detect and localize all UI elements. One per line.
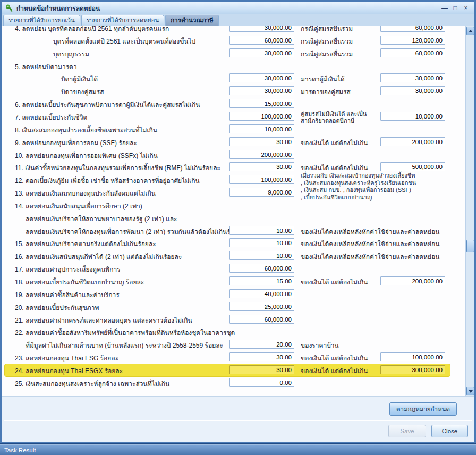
amount-field[interactable] [230, 365, 294, 374]
form-row: 23. ลดหย่อนกองทุน Thai ESG ร้อยละของเงิน… [2, 351, 463, 364]
amount-field-secondary[interactable] [380, 86, 445, 95]
row-label: 17. ลดหย่อนค่าอุปการะเลี้ยงดูคนพิการ [15, 264, 121, 274]
row-mid-label: กรณีคู่สมรสยื่นรวม [301, 49, 353, 59]
row-label: 25. เงินสะสมกองทุนสงเคราะห์ลูกจ้าง เฉพาะ… [15, 378, 169, 389]
row-label: 4. ลดหย่อน บุตรที่คลอดก่อนปี 2561 ทุกลำด… [15, 26, 169, 33]
row-label: 7. ลดหย่อนเบี้ยประกันชีวิต [15, 112, 87, 122]
tab-2[interactable]: รายการที่ได้รับการลดหย่อน [81, 15, 164, 26]
amount-field[interactable] [230, 26, 294, 32]
tab-1[interactable]: รายการที่ได้รับการยกเว้น [3, 15, 80, 26]
form-row: บิดาผู้มีเงินได้มารดาผู้มีเงินได้ [2, 72, 463, 85]
amount-field[interactable] [230, 48, 294, 57]
form-row: 17. ลดหย่อนค่าอุปการะเลี้ยงดูคนพิการ [2, 262, 463, 275]
amount-field[interactable] [230, 264, 294, 273]
form-row: 25. เงินสะสมกองทุนสงเคราะห์ลูกจ้าง เฉพาะ… [2, 376, 463, 389]
close-dialog-button[interactable]: Close [431, 425, 468, 437]
task-result-label: Task Result [4, 447, 36, 453]
row-label: 9. ลดหย่อนกองทุนเพื่อการออม (SSF) ร้อยละ [15, 138, 137, 148]
minimize-button[interactable]: — [439, 3, 450, 13]
form-row: 8. เงินสะสมกองทุนสำรองเลี้ยงชีพเฉพาะส่วน… [2, 123, 463, 136]
amount-field-secondary[interactable] [380, 365, 445, 374]
row-note: เมื่อรวมกับ เงินสะสมเข้ากองทุนสำรองเลี้ย… [301, 172, 416, 201]
amount-field-secondary[interactable] [380, 36, 445, 45]
amount-field[interactable] [230, 302, 294, 311]
form-row: 15. ลดหย่อนเงินบริจาคตามจริงแต่ต้องไม่เก… [2, 237, 463, 249]
deduction-form: 4. ลดหย่อน บุตรที่คลอดก่อนปี 2561 ทุกลำด… [2, 26, 474, 396]
row-mid-label: ของเงินได้ แต่ต้องไม่เกิน [301, 163, 368, 173]
amount-field-secondary[interactable] [380, 137, 445, 146]
by-law-button[interactable]: ตามกฎหมายกำหนด [389, 402, 457, 416]
amount-field[interactable] [230, 251, 294, 260]
form-row: 18. ลดหย่อนเบี้ยประกันชีวิตแบบบำนาญ ร้อย… [2, 275, 463, 288]
scroll-up-button[interactable] [466, 27, 474, 35]
scrollbar-thumb[interactable] [466, 240, 474, 252]
row-label: 21. ลดหย่อนค่าฝากครรภ์และค่าคลอดบุตร แต่… [15, 315, 192, 325]
amount-field[interactable] [230, 86, 294, 95]
scroll-up-icon [469, 30, 473, 32]
amount-field[interactable] [230, 137, 294, 146]
form-row: 5. ลดหย่อนบิดามารดา [2, 60, 463, 72]
scroll-down-button[interactable] [466, 387, 474, 395]
amount-field-secondary[interactable] [380, 162, 445, 171]
amount-field-secondary[interactable] [380, 48, 445, 57]
row-mid-label: ของเงินได้ แต่ต้องไม่เกิน [301, 366, 368, 376]
amount-field[interactable] [230, 226, 294, 235]
amount-field[interactable] [230, 175, 294, 184]
amount-field[interactable] [230, 112, 294, 121]
amount-field[interactable] [230, 124, 294, 133]
maximize-button[interactable]: □ [450, 3, 461, 13]
amount-field-secondary[interactable] [380, 276, 445, 285]
save-button[interactable]: Save [388, 425, 426, 437]
row-mid-label: ของเงินได้ แต่ต้องไม่เกิน [301, 353, 368, 363]
amount-field[interactable] [230, 99, 294, 108]
form-row: บุตรบุญธรรมกรณีคู่สมรสยื่นรวม [2, 47, 463, 60]
form-row: 4. ลดหย่อน บุตรที่คลอดก่อนปี 2561 ทุกลำด… [2, 26, 463, 34]
amount-field[interactable] [230, 378, 294, 387]
app-icon [5, 4, 13, 12]
footer-divider [4, 420, 472, 421]
task-result-bar: Task Result [0, 444, 476, 455]
row-mid-label: กรณีคู่สมรสยื่นรวม [301, 36, 353, 46]
amount-field-secondary[interactable] [380, 26, 445, 32]
amount-field[interactable] [230, 73, 294, 82]
row-label: 11. เงินค่าซื้อหน่วยลงทุนในกองทุนรวมเพื่… [15, 163, 220, 173]
form-row: บุตรที่คลอดตั้งแต่ปี 2561 และเป็นบุตรคนท… [2, 34, 463, 47]
amount-field[interactable] [230, 150, 294, 159]
amount-field-secondary[interactable] [380, 352, 445, 361]
form-row: 6. ลดหย่อนเบี้ยประกันสุขภาพบิดามารดาผู้ม… [2, 97, 463, 110]
amount-field-secondary[interactable] [380, 112, 445, 121]
amount-field[interactable] [230, 188, 294, 197]
amount-field[interactable] [230, 315, 294, 324]
amount-field[interactable] [230, 162, 294, 171]
form-row-highlighted: 24. ลดหย่อนกองทุน Thai ESGX ร้อยละของเงิ… [2, 364, 463, 376]
form-row: ลดหย่อนเงินบริจาคให้กองทุนเพื่อการพัฒนา … [2, 224, 463, 237]
amount-field[interactable] [230, 289, 294, 298]
amount-field[interactable] [230, 276, 294, 285]
window-controls: — □ × [439, 3, 471, 13]
form-row: 16. ลดหย่อนเงินสนับสนุนกีฬาได้ (2 เท่า) … [2, 249, 463, 262]
row-mid-label: ของราคาบ้าน [301, 340, 339, 350]
amount-field-secondary[interactable] [380, 73, 445, 82]
vertical-scrollbar[interactable] [465, 26, 474, 396]
row-label: 16. ลดหย่อนเงินสนับสนุนกีฬาได้ (2 เท่า) … [15, 251, 182, 262]
row-label: 19. ลดหย่อนค่าซื้อสินค้าและค่าบริการ [15, 290, 120, 300]
row-label: 18. ลดหย่อนเบี้ยประกันชีวิตแบบบำนาญ ร้อย… [15, 277, 144, 287]
row-label: 24. ลดหย่อนกองทุน Thai ESGX ร้อยละ [15, 366, 123, 376]
amount-field[interactable] [230, 352, 294, 361]
amount-field[interactable] [230, 36, 294, 45]
close-button[interactable]: × [461, 3, 471, 13]
form-row: 12. ดอกเบี้ยเงินกู้ยืม เพื่อซื้อ เช่าซื้… [2, 173, 463, 186]
form-row: 10. ลดหย่อนกองทุนเพื่อการออมพิเศษ (SSFx)… [2, 148, 463, 161]
row-label: 8. เงินสะสมกองทุนสำรองเลี้ยงชีพเฉพาะส่วน… [15, 125, 157, 135]
scroll-down-icon [469, 390, 473, 393]
row-mid-label: ของเงินได้คงเหลือหลังหักค่าใช้จ่ายและค่า… [301, 251, 439, 262]
row-mid-label: ของเงินได้ แต่ต้องไม่เกิน [301, 138, 368, 148]
row-label: บุตรบุญธรรม [53, 49, 89, 59]
form-row: 22. ลดหย่อนค่าซื้ออสังหาริมทรัพย์ที่เป็น… [2, 325, 463, 338]
amount-field[interactable] [230, 340, 294, 349]
form-row: ที่มีมูลค่าไม่เกินสามล้านบาท (บ้านหลังแร… [2, 338, 463, 351]
tab-3[interactable]: การคำนวณภาษี [165, 15, 218, 26]
tab-strip: รายการที่ได้รับการยกเว้นรายการที่ได้รับก… [2, 14, 474, 26]
amount-field[interactable] [230, 238, 294, 247]
row-label: 13. ลดหย่อนเงินสมทบกองทุนประกันสังคมแต่ไ… [15, 188, 156, 198]
